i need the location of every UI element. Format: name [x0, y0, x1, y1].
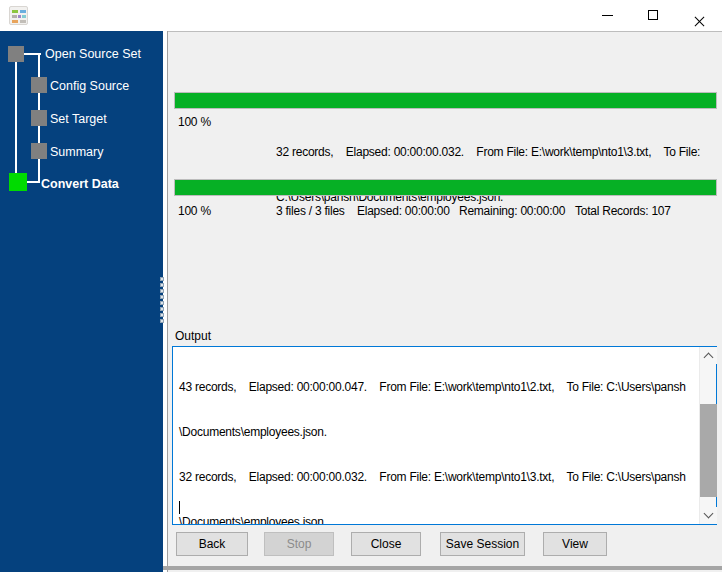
- title-bar[interactable]: [0, 0, 722, 31]
- elapsed-text: Elapsed: 00:00:00: [357, 204, 450, 218]
- close-button[interactable]: [676, 0, 722, 31]
- wizard-steps-sidebar: Open Source Set Config Source Set Target…: [0, 31, 163, 572]
- close-dialog-button[interactable]: Close: [351, 532, 421, 556]
- log-line: \Documents\employees.json.: [179, 515, 699, 524]
- window-bottom-edge: [163, 566, 722, 570]
- total-progress-bar: [174, 179, 717, 196]
- view-button[interactable]: View: [543, 532, 607, 556]
- sidebar-item-summary: Summary: [50, 145, 103, 159]
- log-scrollbar[interactable]: [699, 347, 716, 524]
- minimize-button[interactable]: [584, 0, 630, 31]
- log-line: \Documents\employees.json.: [179, 425, 699, 440]
- chevron-down-icon: [704, 509, 714, 519]
- total-progress-percent: 100 %: [178, 204, 211, 218]
- output-label: Output: [175, 329, 211, 343]
- step-marker-summary: [31, 143, 47, 159]
- save-session-button[interactable]: Save Session: [440, 532, 525, 556]
- tree-connector: [27, 181, 40, 183]
- files-count-text: 3 files / 3 files: [276, 204, 345, 218]
- maximize-icon: [648, 10, 658, 20]
- convert-data-panel: 100 % 32 records, Elapsed: 00:00:00.032.…: [168, 31, 722, 572]
- step-marker-config-source: [31, 77, 47, 93]
- step-marker-open-source-set: [8, 46, 24, 62]
- tree-connector: [15, 62, 17, 174]
- file-progress-bar: [174, 92, 717, 109]
- sidebar-item-set-target: Set Target: [50, 112, 107, 126]
- remaining-text: Remaining: 00:00:00: [459, 204, 565, 218]
- minimize-icon: [602, 15, 613, 16]
- sidebar-item-config-source: Config Source: [50, 79, 129, 93]
- chevron-up-icon: [704, 353, 714, 363]
- splitter-grip-icon[interactable]: [160, 277, 166, 325]
- step-marker-set-target: [31, 110, 47, 126]
- file-progress-percent: 100 %: [178, 115, 211, 129]
- total-records-text: Total Records: 107: [575, 204, 671, 218]
- file-progress-detail-line1: 32 records, Elapsed: 00:00:00.032. From …: [276, 145, 720, 160]
- step-marker-convert-data-active: [9, 173, 27, 191]
- sidebar-item-open-source-set: Open Source Set: [45, 47, 141, 61]
- log-line: 43 records, Elapsed: 00:00:00.047. From …: [179, 380, 699, 395]
- scroll-down-button[interactable]: [700, 507, 717, 524]
- text-caret: [179, 501, 180, 514]
- stop-button[interactable]: Stop: [264, 532, 334, 556]
- sidebar-item-convert-data: Convert Data: [41, 177, 119, 191]
- scrollbar-thumb[interactable]: [700, 404, 717, 497]
- convert-wizard-window: Open Source Set Config Source Set Target…: [0, 0, 722, 572]
- log-line: 32 records, Elapsed: 00:00:00.032. From …: [179, 470, 699, 485]
- total-progress-fill: [175, 180, 716, 195]
- scroll-up-button[interactable]: [700, 347, 717, 364]
- back-button[interactable]: Back: [176, 532, 248, 556]
- file-progress-fill: [175, 93, 716, 108]
- output-log-box: 43 records, Elapsed: 00:00:00.047. From …: [172, 346, 717, 525]
- output-log-text[interactable]: 43 records, Elapsed: 00:00:00.047. From …: [173, 347, 699, 524]
- app-icon: [9, 6, 28, 25]
- maximize-button[interactable]: [630, 0, 676, 31]
- close-icon: [693, 15, 706, 28]
